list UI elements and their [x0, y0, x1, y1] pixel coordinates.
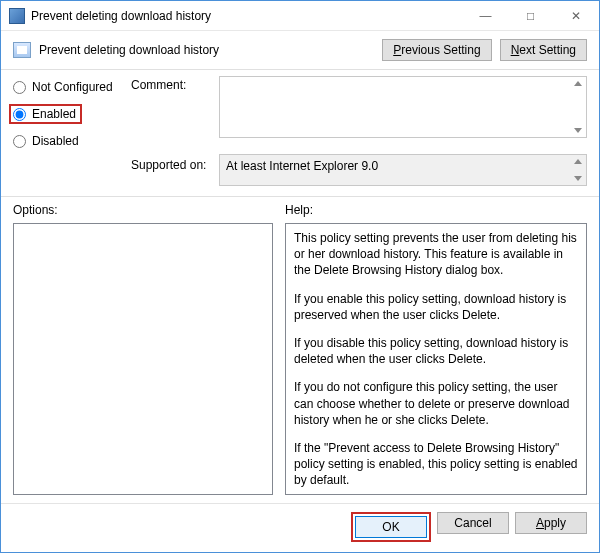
- ok-highlight: OK: [351, 512, 431, 542]
- divider: [1, 196, 599, 197]
- apply-button[interactable]: Apply: [515, 512, 587, 534]
- scroll-down-icon: [574, 176, 582, 181]
- help-text: This policy setting prevents the user fr…: [294, 230, 578, 279]
- radio-not-configured[interactable]: Not Configured: [13, 80, 131, 94]
- comment-textarea[interactable]: [219, 76, 587, 138]
- help-panel[interactable]: This policy setting prevents the user fr…: [285, 223, 587, 495]
- scroll-up-icon[interactable]: [574, 81, 582, 86]
- policy-icon: [13, 42, 31, 58]
- scroll-down-icon[interactable]: [574, 128, 582, 133]
- maximize-button[interactable]: □: [508, 1, 553, 30]
- help-column: Help: This policy setting prevents the u…: [285, 203, 587, 495]
- help-label: Help:: [285, 203, 587, 217]
- app-icon: [9, 8, 25, 24]
- radio-enabled-input[interactable]: [13, 108, 26, 121]
- dialog-footer: OK Cancel Apply: [1, 503, 599, 552]
- options-label: Options:: [13, 203, 273, 217]
- comment-label: Comment:: [131, 76, 219, 138]
- divider: [1, 69, 599, 70]
- supported-on-label: Supported on:: [131, 154, 219, 186]
- minimize-button[interactable]: —: [463, 1, 508, 30]
- supported-on-value: At least Internet Explorer 9.0: [226, 159, 378, 173]
- ok-button[interactable]: OK: [355, 516, 427, 538]
- close-button[interactable]: ✕: [553, 1, 599, 30]
- radio-disabled-label: Disabled: [32, 134, 79, 148]
- cancel-button[interactable]: Cancel: [437, 512, 509, 534]
- help-text: If you do not configure this policy sett…: [294, 379, 578, 428]
- scroll-up-icon: [574, 159, 582, 164]
- dialog-window: Prevent deleting download history — □ ✕ …: [0, 0, 600, 553]
- radio-not-configured-input[interactable]: [13, 81, 26, 94]
- help-text: If you enable this policy setting, downl…: [294, 291, 578, 323]
- options-panel: [13, 223, 273, 495]
- radio-enabled[interactable]: Enabled: [9, 104, 82, 124]
- next-setting-button[interactable]: Next Setting: [500, 39, 587, 61]
- radio-disabled-input[interactable]: [13, 135, 26, 148]
- options-column: Options:: [13, 203, 273, 495]
- titlebar[interactable]: Prevent deleting download history — □ ✕: [1, 1, 599, 31]
- previous-setting-button[interactable]: Previous Setting: [382, 39, 491, 61]
- help-text: If you disable this policy setting, down…: [294, 335, 578, 367]
- supported-on-value-box: At least Internet Explorer 9.0: [219, 154, 587, 186]
- radio-enabled-label: Enabled: [32, 107, 76, 121]
- window-controls: — □ ✕: [463, 1, 599, 30]
- header-row: Prevent deleting download history Previo…: [1, 31, 599, 67]
- policy-title: Prevent deleting download history: [39, 43, 382, 57]
- help-text: If the "Prevent access to Delete Browsin…: [294, 440, 578, 489]
- radio-disabled[interactable]: Disabled: [13, 134, 131, 148]
- window-title: Prevent deleting download history: [31, 9, 463, 23]
- state-radio-group: Not Configured Enabled Disabled: [13, 76, 131, 148]
- radio-not-configured-label: Not Configured: [32, 80, 113, 94]
